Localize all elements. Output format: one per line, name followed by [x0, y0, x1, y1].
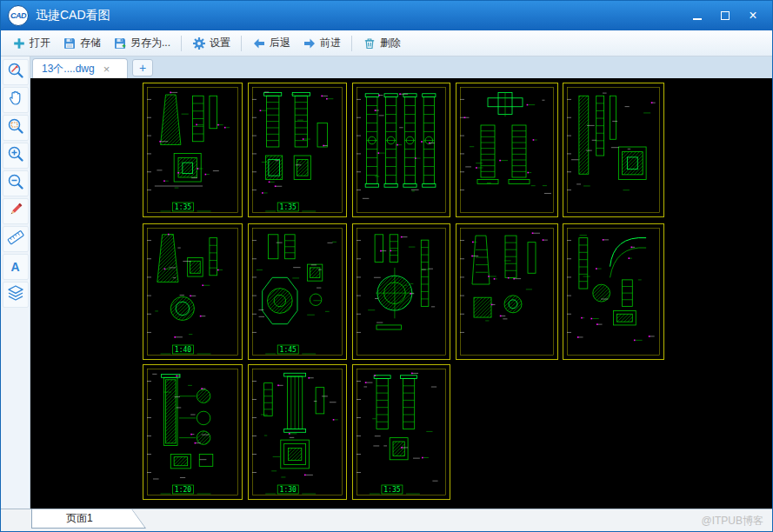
- toolbar: 打开 存储 另存为... 设置 后退: [1, 30, 772, 57]
- tab-bar: 13个....dwg × +: [30, 57, 772, 78]
- cad-sheet-3[interactable]: [352, 83, 450, 217]
- text-tool-icon: A: [10, 260, 19, 274]
- page-tab[interactable]: 页面1: [31, 509, 146, 529]
- add-tab-button[interactable]: +: [132, 59, 153, 76]
- tool-pan[interactable]: [3, 87, 29, 113]
- app-window: CAD 迅捷CAD看图 × 打开 存储 另存为...: [0, 0, 773, 532]
- cad-sheet-13[interactable]: 1:35: [352, 364, 450, 500]
- document-tab-label: 13个....dwg: [42, 62, 95, 76]
- content-area: A 13个....dwg × + 1:351:351:401:451:201:3…: [1, 57, 772, 509]
- cad-sheet-1[interactable]: 1:35: [143, 83, 243, 217]
- tool-measure[interactable]: [3, 198, 29, 224]
- zoom-out-icon: [6, 172, 25, 195]
- cad-sheet-10[interactable]: [563, 223, 664, 360]
- svg-text:1:45: 1:45: [280, 346, 297, 354]
- window-title: 迅捷CAD看图: [36, 8, 110, 23]
- tool-fit-view[interactable]: [3, 59, 29, 85]
- statusbar: 页面1 @ITPUB博客: [1, 509, 772, 531]
- svg-text:1:35: 1:35: [175, 203, 191, 211]
- toolbar-separator: [241, 36, 242, 51]
- pencil-icon: [6, 200, 25, 223]
- toolbar-separator: [181, 36, 182, 51]
- window-controls: ×: [683, 4, 767, 27]
- close-button[interactable]: ×: [739, 4, 767, 27]
- gear-icon: [192, 37, 206, 50]
- cad-sheet-12[interactable]: 1:30: [248, 364, 347, 500]
- maximize-button[interactable]: [711, 4, 739, 27]
- drawing-canvas[interactable]: 1:351:351:401:451:201:301:35: [30, 78, 772, 509]
- titlebar: CAD 迅捷CAD看图 ×: [1, 1, 772, 30]
- tool-zoom-window[interactable]: [3, 115, 29, 141]
- main-panel: 13个....dwg × + 1:351:351:401:451:201:301…: [30, 57, 772, 509]
- cad-sheet-5[interactable]: [563, 83, 664, 217]
- settings-button[interactable]: 设置: [186, 33, 237, 53]
- plus-icon: [12, 37, 26, 50]
- cad-sheet-4[interactable]: [456, 83, 558, 217]
- cad-sheet-7[interactable]: 1:45: [248, 223, 347, 360]
- page-tab-label: 页面1: [66, 511, 93, 526]
- document-tab[interactable]: 13个....dwg ×: [32, 58, 128, 78]
- minimize-button[interactable]: [683, 4, 711, 27]
- cad-sheet-8[interactable]: [352, 223, 450, 360]
- svg-text:1:20: 1:20: [175, 486, 191, 494]
- zoom-in-icon: [6, 144, 25, 167]
- svg-text:1:30: 1:30: [280, 486, 297, 494]
- maximize-icon: [721, 11, 730, 20]
- tool-layers[interactable]: [3, 282, 29, 308]
- save-button-label: 存储: [80, 36, 101, 50]
- cad-sheet-11[interactable]: 1:20: [143, 364, 243, 500]
- hand-icon: [6, 89, 25, 111]
- arrow-left-icon: [252, 37, 266, 50]
- arrow-right-icon: [303, 37, 317, 50]
- forward-button-label: 前进: [320, 36, 341, 50]
- floppy-plus-icon: [113, 37, 127, 50]
- toolbar-separator: [351, 36, 352, 51]
- tool-zoom-in[interactable]: [3, 143, 29, 169]
- delete-button-label: 删除: [380, 36, 401, 50]
- svg-text:1:35: 1:35: [383, 486, 400, 494]
- save-as-button-label: 另存为...: [130, 36, 170, 50]
- settings-button-label: 设置: [210, 36, 230, 50]
- app-logo-icon: CAD: [8, 5, 29, 26]
- svg-text:1:40: 1:40: [175, 346, 191, 354]
- save-button[interactable]: 存储: [57, 33, 107, 53]
- back-button[interactable]: 后退: [246, 33, 297, 53]
- delete-button[interactable]: 删除: [357, 33, 407, 53]
- back-button-label: 后退: [270, 36, 290, 50]
- minimize-icon: [693, 18, 702, 20]
- open-button-label: 打开: [30, 36, 50, 50]
- forward-button[interactable]: 前进: [297, 33, 347, 53]
- save-as-button[interactable]: 另存为...: [107, 33, 177, 53]
- tool-ruler[interactable]: [3, 226, 29, 252]
- zoom-window-icon: [6, 116, 25, 139]
- ruler-icon: [6, 228, 25, 250]
- watermark: @ITPUB博客: [701, 514, 763, 529]
- cad-sheet-6[interactable]: 1:40: [143, 223, 243, 360]
- fit-view-icon: [6, 61, 25, 83]
- close-icon: ×: [749, 9, 756, 23]
- tool-text[interactable]: A: [3, 254, 29, 280]
- layers-icon: [6, 283, 25, 306]
- tool-zoom-out[interactable]: [3, 170, 29, 196]
- open-button[interactable]: 打开: [6, 33, 57, 53]
- cad-sheet-9[interactable]: [456, 223, 558, 360]
- cad-sheet-2[interactable]: 1:35: [248, 83, 347, 217]
- tool-sidebar: A: [1, 57, 30, 509]
- app-logo-text: CAD: [10, 11, 26, 20]
- tab-close-icon[interactable]: ×: [103, 63, 110, 75]
- svg-text:1:35: 1:35: [280, 203, 297, 211]
- trash-icon: [363, 37, 377, 50]
- floppy-icon: [63, 37, 77, 50]
